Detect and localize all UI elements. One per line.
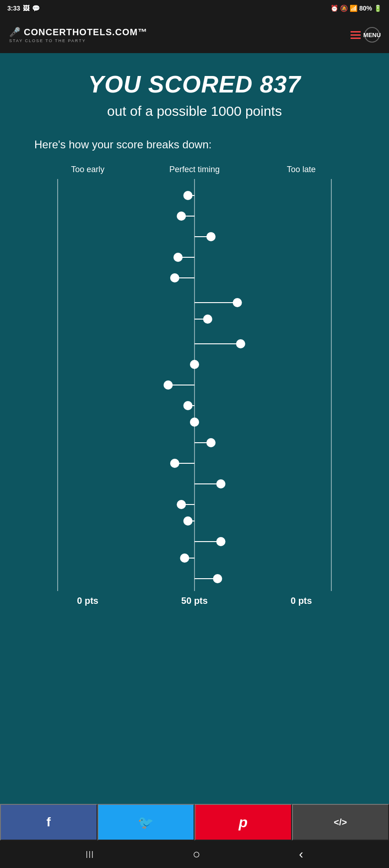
pts-row: 0 pts 50 pts 0 pts: [30, 596, 359, 606]
status-left: 3:33 🖼 💬: [7, 5, 40, 12]
logo-area: 🎤 CONCERTHOTELS.COM™ STAY CLOSE TO THE P…: [9, 27, 147, 43]
svg-point-29: [216, 479, 226, 488]
pinterest-icon: p: [238, 814, 248, 831]
svg-point-7: [173, 253, 183, 262]
svg-point-9: [170, 273, 179, 282]
time: 3:33: [7, 5, 20, 12]
svg-point-39: [213, 574, 222, 583]
nav-back[interactable]: ‹: [299, 847, 303, 862]
status-bar: 3:33 🖼 💬 ⏰ 🔕 📶 80% 🔋: [0, 0, 389, 16]
svg-point-11: [233, 298, 242, 307]
pts-left: 0 pts: [34, 596, 141, 606]
share-facebook-button[interactable]: f: [0, 804, 97, 841]
svg-point-31: [177, 500, 186, 509]
share-twitter-button[interactable]: 🐦: [97, 804, 195, 841]
chart-container: Too early Perfect timing Too late 0 pts …: [30, 165, 359, 606]
svg-point-23: [190, 418, 199, 427]
logo: 🎤 CONCERTHOTELS.COM™: [9, 27, 147, 38]
facebook-icon: f: [47, 815, 51, 830]
wifi-icon: 📶: [350, 5, 357, 12]
mute-icon: 🔕: [340, 5, 348, 12]
label-too-early: Too early: [34, 165, 141, 174]
svg-point-33: [184, 516, 193, 526]
hamburger-icon: [351, 31, 361, 39]
nav-home[interactable]: ○: [193, 847, 200, 862]
svg-point-17: [190, 360, 199, 369]
chart-labels: Too early Perfect timing Too late: [30, 165, 359, 174]
svg-point-3: [177, 212, 186, 221]
breakdown-title: Here's how your score breaks down:: [34, 138, 355, 151]
share-bar: f 🐦 p </>: [0, 804, 389, 841]
android-nav-bar: ||| ○ ‹: [0, 841, 389, 868]
pts-right: 0 pts: [248, 596, 355, 606]
alarm-icon: ⏰: [330, 5, 338, 12]
svg-point-25: [206, 438, 216, 447]
twitter-icon: 🐦: [138, 815, 154, 830]
pts-center: 50 pts: [141, 596, 248, 606]
battery-icon: 🔋: [374, 5, 382, 12]
share-embed-button[interactable]: </>: [292, 804, 389, 841]
score-title: YOU SCORED 837: [88, 71, 301, 98]
photo-icon: 🖼: [23, 5, 29, 12]
logo-tagline: STAY CLOSE TO THE PARTY: [9, 38, 86, 43]
score-subtitle: out of a possible 1000 points: [107, 102, 282, 120]
share-pinterest-button[interactable]: p: [194, 804, 292, 841]
svg-point-21: [184, 401, 193, 410]
embed-icon: </>: [334, 817, 347, 828]
svg-point-19: [163, 380, 173, 390]
svg-point-27: [170, 459, 179, 468]
nav-recent[interactable]: |||: [86, 850, 94, 858]
svg-point-5: [206, 232, 216, 241]
menu-button[interactable]: MENU: [351, 27, 380, 43]
svg-point-37: [180, 553, 189, 563]
menu-label[interactable]: MENU: [364, 27, 380, 43]
battery: 80%: [359, 5, 372, 12]
bubble-icon: 💬: [32, 5, 40, 12]
main-content: YOU SCORED 837 out of a possible 1000 po…: [0, 53, 389, 804]
svg-point-13: [203, 315, 212, 324]
chart-area: [30, 179, 359, 591]
svg-point-35: [216, 537, 226, 546]
label-too-late: Too late: [248, 165, 355, 174]
status-right: ⏰ 🔕 📶 80% 🔋: [330, 5, 382, 12]
mic-icon: 🎤: [9, 27, 21, 38]
svg-point-15: [236, 339, 245, 348]
chart-svg: [30, 179, 359, 591]
svg-point-1: [184, 191, 193, 200]
label-perfect-timing: Perfect timing: [141, 165, 248, 174]
header: 🎤 CONCERTHOTELS.COM™ STAY CLOSE TO THE P…: [0, 16, 389, 53]
